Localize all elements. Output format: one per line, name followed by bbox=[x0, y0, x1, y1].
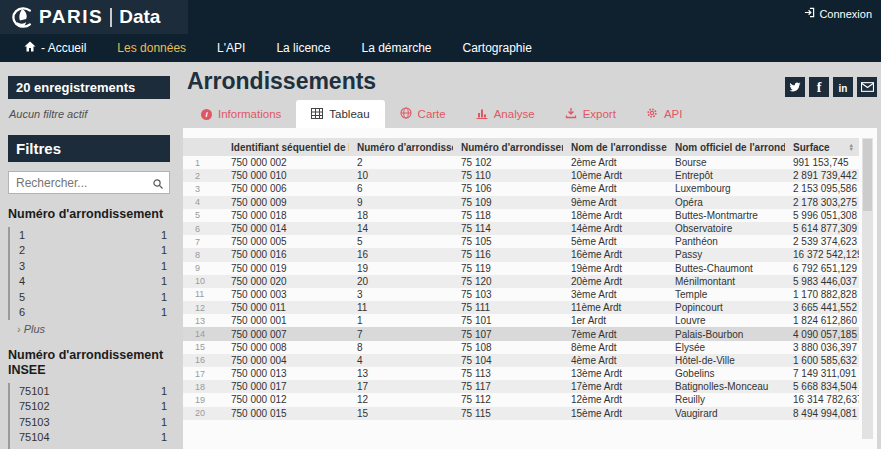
filter-search bbox=[8, 171, 170, 194]
tab-api[interactable]: API bbox=[631, 100, 698, 128]
table-row[interactable]: 10750 000 0202075 12020ème ArdtMénilmont… bbox=[183, 275, 859, 288]
table-row[interactable]: 8750 000 0161675 11616ème ArdtPassy16 37… bbox=[183, 248, 859, 261]
row-number: 10 bbox=[183, 276, 223, 286]
table-cell: 750 000 006 bbox=[223, 183, 349, 194]
table-row[interactable]: 6750 000 0141475 11414ème ArdtObservatoi… bbox=[183, 222, 859, 235]
table-row[interactable]: 19750 000 0121275 11212ème ArdtReuilly16… bbox=[183, 393, 859, 406]
table-row[interactable]: 11750 000 003375 1033ème ArdtTemple1 170… bbox=[183, 288, 859, 301]
filter-item[interactable]: 41 bbox=[10, 274, 170, 290]
filter-item[interactable]: 751021 bbox=[10, 399, 170, 415]
nav-item-label: La démarche bbox=[361, 41, 431, 55]
twitter-icon bbox=[789, 80, 801, 95]
nav-item-l-api[interactable]: L'API bbox=[217, 41, 245, 55]
filter-item[interactable]: 751041 bbox=[10, 430, 170, 446]
column-header[interactable]: Numéro d'arrondissement▲▼ bbox=[349, 138, 453, 156]
table-row[interactable]: 18750 000 0171775 11717ème ArdtBatignoll… bbox=[183, 380, 859, 393]
table-cell: 16 372 542,129 bbox=[785, 249, 859, 260]
column-header-label: Numéro d'arrondissement bbox=[357, 142, 453, 153]
table-cell: 14 bbox=[349, 223, 453, 234]
table-row[interactable]: 1750 000 002275 1022ème ArdtBourse991 15… bbox=[183, 156, 859, 169]
table-row[interactable]: 16750 000 004475 1044ème ArdtHôtel-de-Vi… bbox=[183, 354, 859, 367]
facebook-share-button[interactable]: f bbox=[809, 77, 829, 97]
column-header[interactable]: Identifiant séquentiel de l'arron...▲▼ bbox=[223, 138, 349, 156]
column-header[interactable]: Nom officiel de l'arrondissement▲▼ bbox=[667, 138, 785, 156]
table-row[interactable]: 3750 000 006675 1066ème ArdtLuxembourg2 … bbox=[183, 182, 859, 195]
email-share-button[interactable] bbox=[857, 77, 877, 97]
tab-tableau[interactable]: Tableau bbox=[296, 100, 384, 128]
table-cell: 3 bbox=[349, 289, 453, 300]
filter-item-label: 6 bbox=[19, 306, 25, 318]
column-header[interactable]: Nom de l'arrondissement▲▼ bbox=[563, 138, 667, 156]
table-cell: 75 119 bbox=[453, 263, 563, 274]
table-row[interactable]: 7750 000 005575 1055ème ArdtPanthéon2 53… bbox=[183, 235, 859, 248]
nav-item-les-donn-es[interactable]: Les données bbox=[117, 41, 186, 55]
table-cell: 75 101 bbox=[453, 315, 563, 326]
table-row[interactable]: 5750 000 0181875 11818ème ArdtButtes-Mon… bbox=[183, 209, 859, 222]
linkedin-icon: in bbox=[839, 80, 848, 95]
row-number: 12 bbox=[183, 303, 223, 313]
tab-analyse[interactable]: Analyse bbox=[461, 100, 550, 128]
column-header[interactable]: Surface▲▼ bbox=[785, 138, 859, 156]
table-cell: 750 000 008 bbox=[223, 342, 349, 353]
filter-item-label: 75104 bbox=[19, 431, 50, 443]
table-cell: Hôtel-de-Ville bbox=[667, 355, 785, 366]
filter-item[interactable]: 61 bbox=[10, 305, 170, 321]
search-icon[interactable] bbox=[152, 176, 164, 194]
table-row[interactable]: 15750 000 008875 1088ème ArdtÉlysée3 880… bbox=[183, 341, 859, 354]
table-cell: Buttes-Montmartre bbox=[667, 210, 785, 221]
nav-item-la-licence[interactable]: La licence bbox=[276, 41, 330, 55]
filter-item[interactable]: 31 bbox=[10, 258, 170, 274]
column-header[interactable]: Numéro d'arrondissement INSEE▲▼ bbox=[453, 138, 563, 156]
table-scrollbar[interactable] bbox=[862, 138, 873, 439]
sort-icon[interactable]: ▲▼ bbox=[846, 143, 854, 151]
filter-item-count: 1 bbox=[161, 229, 167, 241]
nav-item-label: Les données bbox=[117, 41, 186, 55]
row-number: 7 bbox=[183, 237, 223, 247]
filter-item[interactable]: 51 bbox=[10, 289, 170, 305]
nav-item-la-d-marche[interactable]: La démarche bbox=[361, 41, 431, 55]
row-number: 13 bbox=[183, 316, 223, 326]
site-logo[interactable]: PARIS Data bbox=[0, 0, 188, 34]
table-row[interactable]: 2750 000 0101075 11010ème ArdtEntrepôt2 … bbox=[183, 169, 859, 182]
nav-item-cartographie[interactable]: Cartographie bbox=[463, 41, 532, 55]
connexion-link[interactable]: Connexion bbox=[804, 7, 872, 20]
filter-item[interactable]: 751011 bbox=[10, 383, 170, 399]
table-row[interactable]: 9750 000 0191975 11919ème ArdtButtes-Cha… bbox=[183, 262, 859, 275]
linkedin-share-button[interactable]: in bbox=[833, 77, 853, 97]
table-cell: 750 000 012 bbox=[223, 394, 349, 405]
row-number: 8 bbox=[183, 250, 223, 260]
table-cell: 2 178 303,275 bbox=[785, 197, 859, 208]
table-row[interactable]: 17750 000 0131375 11313ème ArdtGobelins7… bbox=[183, 367, 859, 380]
row-number: 4 bbox=[183, 197, 223, 207]
filter-item[interactable]: 751031 bbox=[10, 414, 170, 430]
tab-carte[interactable]: Carte bbox=[385, 100, 461, 128]
search-input[interactable] bbox=[8, 171, 170, 194]
data-table: Identifiant séquentiel de l'arron...▲▼Nu… bbox=[183, 138, 859, 420]
tab-export[interactable]: Export bbox=[550, 100, 631, 128]
nav-item-accueil[interactable]: - Accueil bbox=[24, 41, 86, 55]
table-cell: 1 170 882,828 bbox=[785, 289, 859, 300]
table-cell: 18 bbox=[349, 210, 453, 221]
table-row[interactable]: 12750 000 0111175 11111ème ArdtPopincour… bbox=[183, 301, 859, 314]
twitter-share-button[interactable] bbox=[785, 77, 805, 97]
filter-more-link[interactable]: ›Plus bbox=[8, 323, 170, 335]
column-header-label: Surface bbox=[793, 142, 830, 153]
table-row[interactable]: 13750 000 001175 1011er ArdtLouvre1 824 … bbox=[183, 314, 859, 327]
filter-item-count: 1 bbox=[161, 260, 167, 272]
table-cell: 75 113 bbox=[453, 368, 563, 379]
row-number: 14 bbox=[183, 329, 223, 339]
table-row[interactable]: 14750 000 007775 1077ème ArdtPalais-Bour… bbox=[183, 327, 859, 340]
table-cell: 75 102 bbox=[453, 157, 563, 168]
table-cell: 3 880 036,397 bbox=[785, 342, 859, 353]
scrollbar-thumb[interactable] bbox=[863, 139, 872, 211]
table-row[interactable]: 20750 000 0151575 11515ème ArdtVaugirard… bbox=[183, 407, 859, 420]
table-cell: 750 000 018 bbox=[223, 210, 349, 221]
info-icon: i bbox=[201, 109, 212, 120]
filter-item[interactable]: 11 bbox=[10, 227, 170, 243]
table-cell: 15ème Ardt bbox=[563, 408, 667, 419]
tab-informations[interactable]: iInformations bbox=[186, 100, 296, 128]
tab-label: Carte bbox=[418, 108, 446, 120]
table-row[interactable]: 4750 000 009975 1099ème ArdtOpéra2 178 3… bbox=[183, 196, 859, 209]
filter-item[interactable]: 21 bbox=[10, 243, 170, 259]
filter-item[interactable]: 751051 bbox=[10, 445, 170, 449]
